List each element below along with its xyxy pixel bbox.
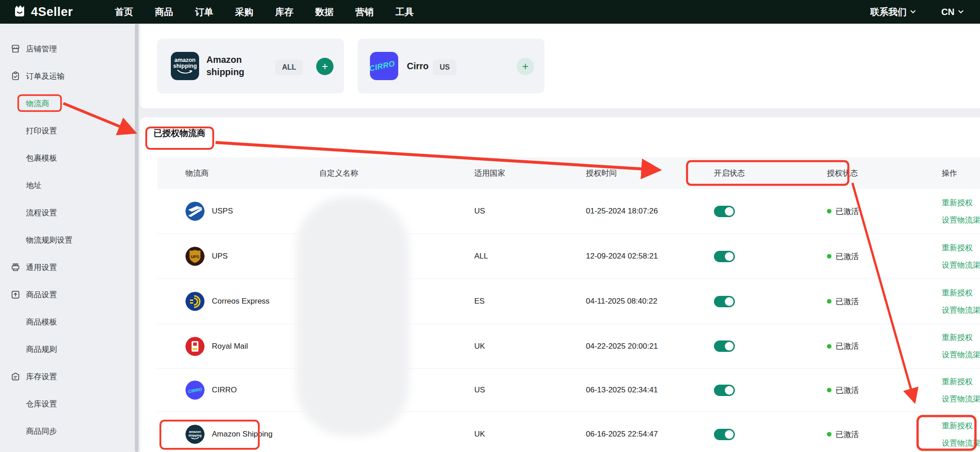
nav-item-orders[interactable]: 订单 [195, 6, 213, 18]
actions-cell: 重新授权 设置物流渠道 [942, 324, 980, 368]
col-custom-name: 自定义名称 [319, 157, 358, 189]
set-channel-link[interactable]: 设置物流渠道 [942, 215, 980, 225]
country-cell: UK [474, 412, 485, 452]
reauthorize-link[interactable]: 重新授权 [942, 332, 973, 343]
reauthorize-link[interactable]: 重新授权 [942, 243, 973, 253]
enable-toggle[interactable] [714, 385, 735, 396]
redacted-custom-names [296, 197, 409, 436]
actions-cell: 重新授权 设置物流渠道 [942, 412, 980, 452]
svg-text:shipping: shipping [188, 434, 201, 437]
enable-toggle[interactable] [714, 429, 735, 440]
sidebar-item-label: 包裹模板 [26, 153, 57, 163]
sidebar-item-label: 物流商 [26, 98, 49, 109]
enabled-cell [714, 189, 735, 234]
sidebar-item-product-settings[interactable]: 商品设置 [0, 281, 140, 308]
sidebar-item-label: 商品同步 [26, 426, 57, 437]
set-channel-link[interactable]: 设置物流渠道 [942, 305, 980, 315]
set-channel-link[interactable]: 设置物流渠道 [942, 260, 980, 270]
sidebar: 店铺管理订单及运输物流商打印设置包裹模板地址流程设置物流规则设置通用设置商品设置… [0, 24, 140, 452]
auth-time-cell: 01-25-2024 18:07:26 [586, 189, 658, 234]
provider-logo-icon: amazonshipping [185, 425, 205, 444]
enable-toggle[interactable] [714, 251, 735, 262]
auth-time-cell: 04-11-2025 08:40:22 [586, 279, 657, 324]
add-provider-button[interactable]: + [316, 58, 334, 75]
sidebar-item-logistics-providers[interactable]: 物流商 [0, 90, 140, 117]
nav-item-products[interactable]: 商品 [155, 6, 173, 18]
sidebar-scrollbar[interactable] [135, 24, 139, 452]
sidebar-item-label: 打印设置 [26, 126, 57, 136]
enabled-cell [714, 234, 735, 279]
status-text: 已激活 [836, 341, 859, 351]
sidebar-item-logistics-rules[interactable]: 物流规则设置 [0, 226, 140, 254]
enable-toggle[interactable] [714, 340, 735, 352]
status-text: 已激活 [836, 251, 859, 262]
table-row: CIRRO CIRRO US 06-13-2025 02:34:41 已激活 重… [157, 369, 980, 412]
enabled-cell [714, 324, 735, 368]
reauthorize-link[interactable]: 重新授权 [942, 376, 973, 387]
sidebar-item-package-templates[interactable]: 包裹模板 [0, 144, 140, 172]
enabled-cell [714, 369, 735, 411]
actions-cell: 重新授权 设置物流渠道 [942, 369, 980, 411]
sidebar-item-print-settings[interactable]: 打印设置 [0, 117, 140, 144]
orders-shipping-icon [10, 71, 21, 81]
nav-item-data[interactable]: 数据 [315, 6, 334, 18]
status-text: 已激活 [836, 385, 859, 396]
col-actions: 操作 [942, 157, 957, 189]
nav-item-marketing[interactable]: 营销 [355, 6, 374, 18]
provider-logo-icon [185, 292, 205, 311]
status-dot-icon [827, 254, 831, 259]
sidebar-item-warehouse-settings[interactable]: 仓库设置 [0, 390, 140, 417]
available-providers-panel: amazonshipping Amazon shipping ALL + CIR… [140, 24, 980, 108]
sidebar-item-product-sync[interactable]: 商品同步 [0, 417, 140, 445]
4seller-bag-icon [13, 4, 26, 20]
language-dropdown[interactable]: CN [941, 7, 964, 17]
sidebar-item-inventory-settings[interactable]: 库存设置 [0, 363, 140, 390]
svg-text:UPS: UPS [191, 254, 200, 259]
status-cell: 已激活 [827, 412, 859, 452]
contact-us-dropdown[interactable]: 联系我们 [870, 6, 916, 18]
sidebar-item-label: 通用设置 [26, 262, 57, 273]
nav-item-tools[interactable]: 工具 [395, 6, 414, 18]
sidebar-item-sub-account-settings[interactable]: 子账号设置 [0, 445, 140, 452]
provider-logo-icon: CIRRO [185, 381, 205, 400]
provider-logo-icon [185, 202, 205, 221]
sidebar-item-label: 物流规则设置 [26, 235, 72, 245]
sidebar-item-process-settings[interactable]: 流程设置 [0, 199, 140, 226]
add-provider-button[interactable]: + [517, 58, 534, 75]
sidebar-item-label: 订单及运输 [26, 71, 65, 81]
country-cell: ALL [474, 234, 488, 279]
set-channel-link[interactable]: 设置物流渠道 [942, 350, 980, 360]
sidebar-item-product-templates[interactable]: 商品模板 [0, 308, 140, 335]
col-enabled-state: 开启状态 [714, 157, 745, 189]
inventory-settings-icon [10, 371, 21, 382]
section-title: 已授权物流商 [154, 127, 205, 139]
sidebar-item-general-settings[interactable]: 通用设置 [0, 254, 140, 281]
sidebar-item-product-rules[interactable]: 商品规则 [0, 335, 140, 363]
status-text: 已激活 [836, 296, 859, 307]
reauthorize-link[interactable]: 重新授权 [942, 198, 973, 208]
nav-item-inventory[interactable]: 库存 [275, 6, 293, 18]
table-header: 物流商 自定义名称 适用国家 授权时间 开启状态 授权状态 操作 [157, 157, 980, 189]
reauthorize-link[interactable]: 重新授权 [942, 421, 973, 431]
set-channel-link[interactable]: 设置物流渠道 [942, 394, 980, 404]
set-channel-link[interactable]: 设置物流渠道 [942, 438, 980, 448]
sidebar-item-label: 商品规则 [26, 344, 57, 355]
sidebar-item-label: 地址 [26, 180, 41, 191]
provider-cell: USPS [185, 189, 233, 234]
sidebar-item-address[interactable]: 地址 [0, 172, 140, 199]
col-auth-time: 授权时间 [586, 157, 617, 189]
country-badge: US [433, 60, 457, 75]
provider-cell: UPS UPS [185, 234, 228, 279]
sidebar-item-store-management[interactable]: 店铺管理 [0, 35, 140, 62]
status-dot-icon [827, 299, 831, 304]
app-root: 4Seller 首页商品订单采购库存数据营销工具 联系我们 CN 店铺管理订单及… [0, 0, 980, 452]
sidebar-item-orders-shipping[interactable]: 订单及运输 [0, 62, 140, 90]
sidebar-menu: 店铺管理订单及运输物流商打印设置包裹模板地址流程设置物流规则设置通用设置商品设置… [0, 35, 140, 452]
nav-item-home[interactable]: 首页 [115, 6, 133, 18]
reauthorize-link[interactable]: 重新授权 [942, 288, 973, 298]
status-cell: 已激活 [827, 279, 859, 324]
enable-toggle[interactable] [714, 296, 735, 307]
nav-item-purchase[interactable]: 采购 [235, 6, 253, 18]
brand-logo[interactable]: 4Seller [13, 4, 73, 20]
enable-toggle[interactable] [714, 206, 735, 217]
